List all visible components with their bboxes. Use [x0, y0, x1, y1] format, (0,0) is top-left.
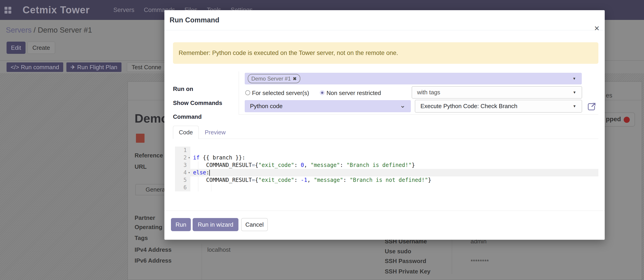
apps-grid-icon[interactable] [4, 7, 11, 14]
field-value-ssh-password: ******** [470, 258, 489, 265]
cancel-button[interactable]: Cancel [241, 218, 268, 231]
field-label-use-sudo: Use sudo [385, 248, 411, 255]
modal-footer-divider [164, 211, 605, 211]
code-icon: </> [10, 64, 19, 71]
chevron-down-icon: ⌄ [400, 101, 406, 109]
field-label-partner: Partner [134, 214, 155, 221]
text-cursor [209, 170, 210, 176]
run-on-label: Run on [173, 85, 193, 92]
field-label-ssh-password: SSH Password [385, 258, 426, 265]
close-icon[interactable]: ✕ [592, 23, 602, 33]
field-label-ipv6: IPv6 Address [134, 257, 172, 264]
code-line-content[interactable]: COMMAND_RESULT={"exit_code": -1, "messag… [190, 176, 598, 184]
command-select[interactable]: Execute Python Code: Check Branch ▼ [415, 100, 582, 113]
run-command-modal: Run Command ✕ Remember: Python code is e… [164, 10, 605, 240]
code-line-6[interactable]: 6 [175, 184, 598, 191]
gutter-line-number: 2▾ [175, 154, 190, 162]
code-line-4[interactable]: 4▾else: [175, 169, 598, 176]
stat-button-fragment[interactable]: es [606, 92, 612, 99]
external-link-icon[interactable] [587, 102, 596, 111]
status-label-fragment: pped [606, 115, 621, 123]
run-in-wizard-button[interactable]: Run in wizard [192, 218, 238, 231]
gutter-line-number: 1 [175, 147, 190, 154]
code-line-content[interactable]: else: [190, 169, 598, 176]
field-label-operating-system: Operating [134, 224, 162, 231]
form-group-vertical-divider [239, 71, 239, 114]
tab-code[interactable]: Code [173, 126, 199, 139]
breadcrumb: Servers / Demo Server #1 [6, 26, 92, 34]
modal-title: Run Command [170, 10, 219, 30]
fold-arrow-icon[interactable]: ▾ [188, 154, 190, 162]
tag-remove-icon[interactable]: ✖ [293, 76, 297, 81]
field-label-ssh-private-key: SSH Private Key [385, 268, 430, 275]
code-line-content[interactable] [190, 147, 598, 154]
code-line-content[interactable]: if {{ branch }}: [190, 154, 598, 162]
radio-non-server-restricted[interactable] [320, 90, 325, 95]
fold-arrow-icon[interactable]: ▾ [188, 169, 190, 176]
python-warning-alert: Remember: Python code is executed on the… [173, 42, 598, 64]
command-label: Command [173, 113, 202, 120]
field-label-url: URL [134, 163, 146, 170]
status-dot-icon [624, 117, 630, 123]
with-tags-select[interactable]: with tags ▼ [412, 86, 582, 99]
run-button[interactable]: Run [171, 218, 191, 231]
caret-down-icon: ▼ [573, 90, 576, 94]
server-tag-pill: Demo Server #1 ✖ [248, 74, 300, 83]
code-editor[interactable]: 12▾if {{ branch }}:3 COMMAND_RESULT={"ex… [175, 147, 598, 191]
caret-down-icon: ▼ [573, 104, 576, 108]
code-line-2[interactable]: 2▾if {{ branch }}: [175, 154, 598, 162]
run-command-button[interactable]: </> Run command [6, 62, 63, 72]
edit-button[interactable]: Edit [6, 42, 26, 54]
tab-preview[interactable]: Preview [202, 126, 228, 139]
field-label-tags: Tags [134, 234, 148, 241]
run-on-select[interactable]: Demo Server #1 ✖ ▼ [245, 73, 582, 84]
field-label-reference: Reference [134, 152, 163, 159]
server-color-swatch[interactable] [136, 134, 144, 143]
run-flight-plan-button[interactable]: ✈ Run Flight Plan [66, 62, 122, 72]
server-title: Demo [134, 111, 168, 125]
form-group-horizontal-divider [239, 114, 598, 115]
code-line-1[interactable]: 1 [175, 147, 598, 154]
code-line-content[interactable]: COMMAND_RESULT={"exit_code": 0, "message… [190, 162, 598, 169]
menu-item-servers[interactable]: Servers [113, 7, 134, 14]
field-value-ipv4: localhost [207, 246, 230, 253]
radio-non-server-restricted-label[interactable]: Non server restricted [326, 90, 381, 97]
show-commands-label: Show Commands [173, 99, 222, 106]
right-group-divider [452, 235, 452, 274]
breadcrumb-current: Demo Server #1 [38, 26, 92, 34]
modal-header-divider [164, 30, 605, 30]
breadcrumb-link-servers[interactable]: Servers [6, 26, 32, 34]
gutter-line-number: 5 [175, 176, 190, 184]
field-label-ipv4: IPv4 Address [134, 246, 172, 253]
caret-down-icon: ▼ [572, 77, 576, 81]
code-line-5[interactable]: 5 COMMAND_RESULT={"exit_code": -1, "mess… [175, 176, 598, 184]
gutter-line-number: 3 [175, 162, 190, 169]
code-line-3[interactable]: 3 COMMAND_RESULT={"exit_code": 0, "messa… [175, 162, 598, 169]
gutter-line-number: 4▾ [175, 169, 190, 176]
breadcrumb-separator: / [32, 26, 38, 34]
screen: Cetmix Tower Servers Commands Files Tool… [0, 0, 644, 280]
gutter-line-number: 6 [175, 184, 190, 191]
create-button[interactable]: Create [27, 42, 55, 54]
code-line-content[interactable] [190, 184, 598, 191]
plane-icon: ✈ [70, 64, 76, 71]
app-brand[interactable]: Cetmix Tower [22, 0, 90, 20]
radio-for-selected-servers-label[interactable]: For selected server(s) [252, 90, 309, 97]
command-type-select[interactable]: Python code ⌄ [245, 100, 411, 112]
radio-for-selected-servers[interactable] [245, 90, 250, 95]
